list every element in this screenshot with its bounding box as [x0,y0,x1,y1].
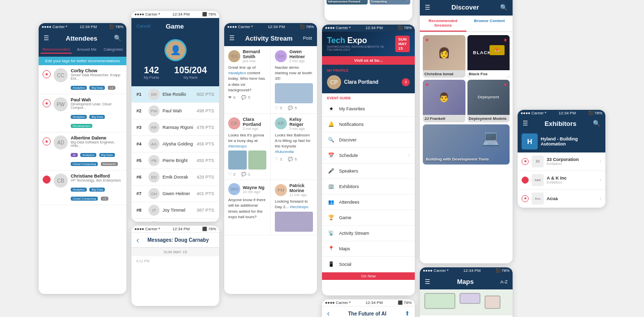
tag[interactable]: Big Data [99,153,115,157]
tag[interactable]: Analytics [71,188,87,192]
like-action[interactable]: ♡ 2 [228,172,235,177]
menu-item-maps[interactable]: 📍 Maps [322,241,415,257]
leaderboard-row[interactable]: #1 ER Else Rosillo 502 PTS [131,86,219,103]
post-item: PM Patrick Morine 11 min ago Looking for… [271,180,317,234]
tag[interactable]: AI [71,153,78,157]
attendee-row[interactable]: ★ AD Albertine Dalene Big Data Software … [39,132,126,171]
tag[interactable]: Big Data [89,115,105,119]
post-button[interactable]: Post [303,36,312,41]
share-icon[interactable]: ⬆ [405,310,410,317]
tag[interactable]: Development [71,124,92,128]
leaderboard-row[interactable]: #7 GH Gwen Heitner 401 PTS [131,186,219,202]
menu-icon[interactable]: ☰ [425,278,430,285]
exhibitor-row[interactable]: ★ 33 33 Corporation Exhibitors › [518,152,605,171]
favorite-star[interactable]: ★ [522,177,529,184]
menu-item-discover[interactable]: 🔍 Discover [322,132,415,148]
tag[interactable]: +2 [108,86,115,90]
like-action[interactable]: ♡ 3 [275,157,282,162]
tab-around-me[interactable]: Around Me [75,46,98,54]
tag[interactable]: Cloud Computing [71,162,98,166]
tab-categories[interactable]: Categories [101,46,125,54]
favorite-star-icon: ★ [503,37,508,43]
menu-item-speakers[interactable]: 🎤 Speakers [322,164,415,179]
like-action[interactable]: ❤ 8 [228,95,235,100]
search-icon[interactable]: 🔍 [114,35,121,42]
leaderboard-row[interactable]: #6 ED Emik Dvorak 429 PTS [131,169,219,186]
date-label: SUN MAY 15 [131,248,219,256]
exhibitor-row[interactable]: ★ Acu Acua › [518,190,605,208]
discover-card-wide[interactable]: 💻 Building with Development Tools [423,124,510,165]
leaderboard-row[interactable]: #2 PW Paul Wah 498 PTS [131,103,219,119]
maps-view [420,289,513,315]
comment-action[interactable]: 💬 5 [241,95,250,100]
menu-icon[interactable]: ☰ [44,35,49,42]
featured-exhibitor[interactable]: H Hyland - Building Automation [518,130,605,152]
tab-browse[interactable]: Browse Content [466,16,513,32]
tag[interactable]: Research [101,162,118,166]
favorite-star[interactable]: ★ [43,99,51,107]
avatar: GH [148,188,159,199]
like-action[interactable]: ♡ 5 [275,106,282,110]
discover-card-person[interactable]: 👩 Christina Ismat ★ [423,35,465,78]
menu-item-attendees[interactable]: 👥 Attendees [322,195,415,210]
tag[interactable]: Analytics [71,86,87,90]
attendee-info: Albertine Dalene Big Data Software Engin… [71,135,122,167]
leaderboard-row[interactable]: #3 RR Ramsay Rigoni 478 PTS [131,119,219,136]
game-stats: 142 My Points 105/204 My Rank [144,65,207,79]
back-button[interactable]: ‹ [136,236,139,245]
tag[interactable]: Analytics [80,153,96,157]
tab-recommended[interactable]: Recommended [41,46,72,54]
social-icon: 📱 [327,260,335,268]
cancel-button[interactable]: Cancel [136,24,150,29]
exhibitor-row[interactable]: ★ A&K A & K Inc Exhibitors › [518,171,605,190]
menu-item-game[interactable]: 🏆 Game [322,210,415,226]
menu-item-social[interactable]: 📱 Social [322,257,415,272]
discover-card-topic[interactable]: Deployment Deployment Models ★ [467,80,510,122]
post-avatar: WN [228,183,240,195]
menu-icon[interactable]: ☰ [425,4,430,11]
tag-banner[interactable]: Edit your tags for better recommendation… [39,57,126,65]
attendee-row[interactable]: ★ CB Christiane Belford VP Technology, J… [39,171,126,205]
menu-item-schedule[interactable]: 📅 Schedule › [322,148,415,164]
leaderboard-row[interactable]: #4 AG Alysha Golding 456 PTS [131,136,219,152]
tag[interactable]: +3 [101,197,108,201]
favorites-icon: ★ [327,105,335,113]
exhibitor-name: Hyland - Building Automation [541,136,601,146]
attendee-row[interactable]: ★ CC Corby Chow Senior Data Researcher, … [39,65,126,94]
favorite-star[interactable]: ★ [522,195,529,202]
search-icon[interactable]: 🔍 [593,120,600,127]
menu-item-exhibitors[interactable]: 🏢 Exhibitors [322,179,415,195]
comment-action[interactable]: 💬 6 [288,157,296,162]
tag[interactable]: Big Data [89,188,105,192]
favorite-star[interactable]: ★ [43,176,51,184]
menu-icon[interactable]: ☰ [229,35,235,42]
tag[interactable]: Cloud Computing [71,197,98,201]
post-image [275,212,313,232]
battery: ⬛ 78% [398,300,412,305]
favorite-star[interactable]: ★ [522,158,529,165]
menu-item-favorites[interactable]: ★ My Favorites [322,101,415,117]
messages-phone: ●●●● Carrier ᵠ 12:34 PM ⬛ 78% ‹ Messages… [131,226,219,306]
comment-action[interactable]: 💬 1 [241,172,250,177]
leaderboard-row[interactable]: #9 BS Bernard Smith 377 PTS [131,219,219,222]
favorite-star[interactable]: ★ [43,70,51,78]
menu-item-notifications[interactable]: 🔔 Notifications [322,117,415,132]
tag[interactable]: Analytics [71,115,87,119]
leaderboard-row[interactable]: #8 JT Joy Timmel 387 PTS [131,202,219,219]
discover-card[interactable]: Moving Your Infrastructure Forward [327,0,368,5]
comment-action[interactable]: 💬 5 [288,106,296,110]
player-pts: 456 PTS [197,141,214,146]
discover-card[interactable]: Enable the IoT with Fog Computing [370,0,411,5]
favorite-star[interactable]: ★ [43,137,51,145]
leaderboard-row[interactable]: #5 PB Pierre Bright 455 PTS [131,152,219,169]
menu-item-activity-stream[interactable]: 📡 Activity Stream [322,226,415,241]
discover-card-brand[interactable]: BLACK FOX 🦊 Black Fox ★ [467,35,510,78]
menu-icon[interactable]: ☰ [523,120,528,127]
tab-recommended[interactable]: Recommended Sessions [420,16,466,32]
time: 12:34 PM [173,227,190,231]
az-label[interactable]: A-Z [501,279,508,284]
search-icon[interactable]: 🔍 [500,4,508,11]
tag[interactable]: Big Data [89,86,105,90]
discover-card-person2[interactable]: 👨 JJ Frankell ★ [423,80,465,122]
attendee-row[interactable]: ★ PW Paul Wah Development Lead, Cloud Co… [39,94,126,132]
